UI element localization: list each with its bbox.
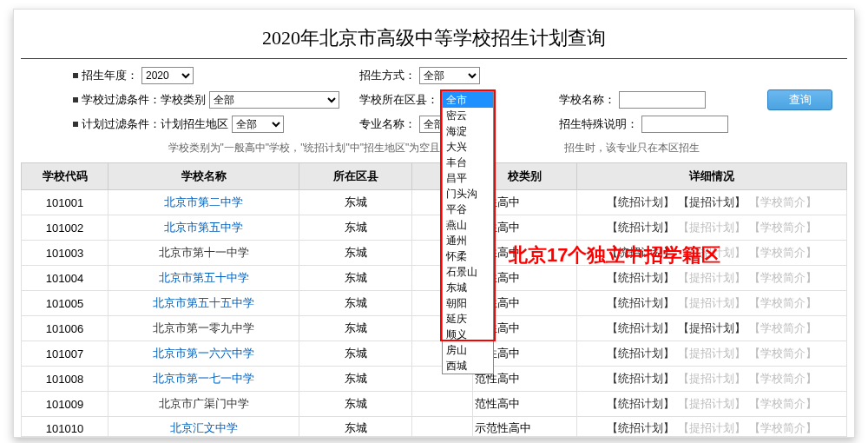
cell-name: 北京市第五中学	[108, 215, 299, 241]
year-select[interactable]: 2020	[141, 67, 194, 84]
table-row: 101010北京汇文中学东城示范性高中【统招计划】 【提招计划】 【学校简介】	[22, 417, 847, 437]
filter-row-plan: 计划过滤条件： 计划招生地区 全部 专业名称： 全部 招生特殊说明：	[21, 113, 847, 136]
detail-link[interactable]: 【统招计划】	[607, 195, 674, 208]
school-name-link: 北京市第十一中学	[159, 246, 249, 259]
detail-link: 【学校简介】	[749, 321, 817, 334]
cell-district: 东城	[299, 266, 412, 291]
plan-filter-label: 计划过滤条件：	[82, 116, 161, 132]
special-label: 招生特殊说明：	[559, 116, 638, 132]
school-name-input[interactable]	[619, 91, 706, 109]
school-name-link[interactable]: 北京市第五十五中学	[153, 296, 254, 309]
cell-detail: 【统招计划】 【提招计划】 【学校简介】	[577, 190, 847, 215]
detail-link[interactable]: 【提招计划】	[678, 321, 746, 334]
cell-name: 北京市第五十五中学	[108, 291, 299, 316]
year-label: 招生年度：	[82, 68, 138, 83]
detail-link[interactable]: 【统招计划】	[607, 246, 674, 259]
cell-detail: 【统招计划】 【提招计划】 【学校简介】	[577, 367, 847, 392]
district-option[interactable]: 全市	[443, 92, 493, 108]
district-option[interactable]: 密云	[443, 108, 493, 123]
cell-type: 示范性高中	[473, 417, 577, 437]
district-option[interactable]: 延庆	[443, 311, 493, 327]
detail-link: 【提招计划】	[678, 246, 746, 259]
detail-link: 【学校简介】	[749, 221, 817, 234]
detail-link[interactable]: 【提招计划】	[678, 195, 746, 208]
detail-link: 【学校简介】	[749, 397, 817, 410]
plan-area-select[interactable]: 全部	[232, 116, 284, 133]
mode-select[interactable]: 全部	[419, 67, 480, 84]
detail-link[interactable]: 【统招计划】	[607, 271, 674, 284]
district-option[interactable]: 门头沟	[443, 186, 493, 202]
detail-link[interactable]: 【统招计划】	[607, 372, 674, 385]
district-option[interactable]: 怀柔	[443, 248, 493, 264]
district-option[interactable]: 石景山	[443, 264, 493, 280]
district-option[interactable]: 昌平	[443, 170, 493, 186]
cell-code: 101007	[22, 341, 108, 367]
district-option[interactable]: 顺义	[443, 327, 493, 342]
school-name-link[interactable]: 北京汇文中学	[170, 421, 238, 434]
detail-link[interactable]: 【统招计划】	[607, 397, 674, 410]
school-name-link: 北京市广渠门中学	[159, 397, 249, 410]
table-row: 101007北京市第一六六中学东城范性高中【统招计划】 【提招计划】 【学校简介…	[22, 341, 847, 367]
cell-detail: 【统招计划】 【提招计划】 【学校简介】	[577, 392, 847, 417]
cell-district: 东城	[299, 215, 412, 241]
filter-row-school: 学校过滤条件： 学校类别 全部 学校所在区县： 全市 ▼ 全市密云海淀大兴丰台昌…	[21, 87, 847, 113]
district-option[interactable]: 西城	[443, 358, 493, 374]
detail-link: 【学校简介】	[749, 372, 817, 385]
bullet-icon	[73, 122, 78, 127]
school-type-select[interactable]: 全部	[209, 91, 339, 109]
detail-link[interactable]: 【统招计划】	[607, 221, 674, 234]
cell-name: 北京市广渠门中学	[108, 392, 299, 417]
cell-name: 北京市第二中学	[108, 190, 299, 215]
school-name-label: 学校名称：	[559, 92, 615, 108]
cell-blank	[412, 392, 473, 417]
cell-district: 东城	[299, 291, 412, 316]
major-label: 专业名称：	[359, 116, 416, 132]
bullet-icon	[73, 97, 78, 102]
district-label: 学校所在区县：	[359, 92, 438, 108]
cell-district: 东城	[299, 392, 412, 417]
district-option[interactable]: 燕山	[443, 217, 493, 233]
detail-link: 【学校简介】	[749, 421, 817, 434]
cell-district: 东城	[299, 417, 412, 437]
district-option[interactable]: 通州	[443, 233, 493, 248]
school-name-link[interactable]: 北京市第一六六中学	[153, 347, 254, 360]
cell-code: 101004	[22, 266, 108, 291]
detail-link: 【学校简介】	[749, 347, 817, 360]
detail-link: 【提招计划】	[678, 347, 746, 360]
school-filter-label: 学校过滤条件：	[82, 92, 161, 108]
col-detail: 详细情况	[577, 163, 847, 190]
cell-code: 101005	[22, 291, 108, 316]
district-dropdown[interactable]: 全市密云海淀大兴丰台昌平门头沟平谷燕山通州怀柔石景山东城朝阳延庆顺义房山西城	[442, 91, 494, 374]
query-button[interactable]: 查询	[767, 89, 832, 110]
district-option[interactable]: 海淀	[443, 123, 493, 139]
filter-row-year: 招生年度： 2020 招生方式： 全部	[21, 64, 847, 87]
detail-link[interactable]: 【统招计划】	[607, 296, 674, 309]
district-option[interactable]: 平谷	[443, 202, 493, 217]
detail-link[interactable]: 【统招计划】	[607, 321, 674, 334]
detail-link[interactable]: 【统招计划】	[607, 347, 674, 360]
bullet-icon	[73, 73, 78, 78]
cell-detail: 【统招计划】 【提招计划】 【学校简介】	[577, 417, 847, 437]
cell-code: 101008	[22, 367, 108, 392]
col-code: 学校代码	[22, 163, 108, 190]
cell-type: 范性高中	[473, 392, 577, 417]
table-row: 101006北京市第一零九中学东城范性高中【统招计划】 【提招计划】 【学校简介…	[22, 316, 847, 341]
cell-detail: 【统招计划】 【提招计划】 【学校简介】	[577, 341, 847, 367]
district-option[interactable]: 丰台	[443, 155, 493, 170]
detail-link[interactable]: 【统招计划】	[607, 421, 674, 434]
cell-name: 北京市第十一中学	[108, 241, 299, 266]
district-option[interactable]: 房山	[443, 342, 493, 358]
school-name-link[interactable]: 北京市第五中学	[164, 221, 243, 234]
district-option[interactable]: 大兴	[443, 139, 493, 155]
school-type-label: 学校类别	[161, 92, 206, 108]
school-name-link[interactable]: 北京市第一七一中学	[153, 372, 254, 385]
table-row: 101008北京市第一七一中学东城范性高中【统招计划】 【提招计划】 【学校简介…	[22, 367, 847, 392]
school-name-link[interactable]: 北京市第二中学	[164, 195, 243, 208]
table-header-row: 学校代码 学校名称 所在区县 校类别 详细情况	[22, 163, 847, 190]
special-input[interactable]	[641, 116, 728, 133]
district-option[interactable]: 东城	[443, 280, 493, 295]
district-option[interactable]: 朝阳	[443, 295, 493, 311]
school-name-link[interactable]: 北京市第五十中学	[159, 271, 249, 284]
divider	[21, 58, 847, 59]
table-row: 101004北京市第五十中学东城范性高中【统招计划】 【提招计划】 【学校简介】	[22, 266, 847, 291]
